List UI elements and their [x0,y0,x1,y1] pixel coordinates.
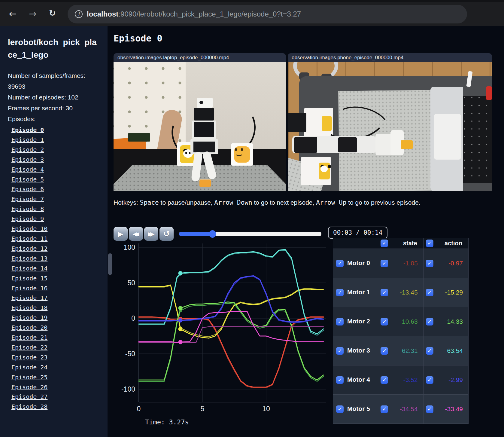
motor-row-2: ✓Motor 2✓10.63✓14.33 [333,307,469,336]
url-text: localhost:9090/lerobot/koch_pick_place_1… [87,10,301,18]
motor-3-action-checkbox[interactable]: ✓ [426,347,433,355]
marker-Motor-5-action [178,340,183,344]
back-icon[interactable]: ← [9,8,17,19]
stat-fps: Frames per second: 30 [8,103,98,114]
episode-link-5[interactable]: Episode 5 [11,175,100,185]
motor-1-action-value: -15.29 [445,289,463,296]
lerobot-dataset-visualizer: ← → ↻ i localhost:9090/lerobot/koch_pick… [0,0,504,437]
episode-link-15[interactable]: Episode 15 [11,274,100,283]
motor-0-checkbox[interactable]: ✓ [336,260,344,267]
motor-4-action-value: -2.99 [448,376,463,384]
episode-link-9[interactable]: Episode 9 [11,214,100,224]
forward-icon[interactable]: → [29,8,36,19]
motor-0-action-checkbox[interactable]: ✓ [426,260,433,267]
video-phone-camera[interactable]: observation.images.phone_episode_000000.… [288,53,492,191]
episode-link-22[interactable]: Episode 22 [11,343,100,353]
episode-link-2[interactable]: Episode 2 [11,145,100,155]
motor-2-action-checkbox[interactable]: ✓ [426,318,433,325]
motor-2-state-checkbox[interactable]: ✓ [381,318,388,325]
hug-emoji-box [231,143,253,166]
page-info-icon[interactable]: i [75,10,83,18]
motor-row-0: ✓Motor 0✓-1.05✓-0.97 [333,249,469,278]
circuit-board [128,133,150,142]
hotkeys-help: Hotkeys: Space to pause/unpause, Arrow D… [114,199,421,206]
episode-link-26[interactable]: Episode 26 [11,382,100,392]
robot-motor [294,137,317,153]
motor-5-action-value: -33.49 [445,405,463,413]
motor-4-state-checkbox[interactable]: ✓ [381,376,388,384]
seek-slider[interactable] [179,232,321,236]
toggle-all-action[interactable]: ✓ [426,240,433,247]
robot-motor [338,137,357,152]
motor-5-action-checkbox[interactable]: ✓ [426,405,433,413]
episode-link-19[interactable]: Episode 19 [11,313,100,323]
motor-4-state-value: -3.52 [403,376,418,384]
motor-4-checkbox[interactable]: ✓ [336,376,344,384]
episode-link-14[interactable]: Episode 14 [11,264,100,274]
motor-0-state-checkbox[interactable]: ✓ [381,260,388,267]
series-Motor-4-state [139,277,323,322]
episode-link-23[interactable]: Episode 23 [11,353,100,362]
seek-slider-thumb[interactable] [209,230,216,238]
episode-link-28[interactable]: Episode 28 [11,402,100,412]
episode-link-24[interactable]: Episode 24 [11,362,100,372]
episode-link-16[interactable]: Episode 16 [11,283,100,293]
motor-row-1: ✓Motor 1✓-13.45✓-15.29 [333,278,469,307]
motor-5-state-checkbox[interactable]: ✓ [381,405,388,413]
motor-3-checkbox[interactable]: ✓ [336,347,344,355]
motor-2-state-value: 10.63 [402,318,418,325]
robot-head-motor [194,108,214,121]
episode-link-21[interactable]: Episode 21 [11,333,100,343]
motor-1-checkbox[interactable]: ✓ [336,289,344,296]
episode-link-18[interactable]: Episode 18 [11,303,100,313]
yellow-lego-brick [401,140,413,149]
motor-5-checkbox[interactable]: ✓ [336,405,344,413]
svg-text:0: 0 [137,405,141,412]
motor-1-label: Motor 1 [347,289,370,295]
sidebar-scrollbar-thumb[interactable] [108,253,112,275]
motor-5-state-value: -34.54 [400,405,418,413]
episode-link-27[interactable]: Episode 27 [11,392,100,402]
motor-2-checkbox[interactable]: ✓ [336,318,344,325]
laptop-camera-frame [114,62,286,191]
episode-link-1[interactable]: Episode 1 [11,135,100,145]
motor-4-action-checkbox[interactable]: ✓ [426,376,433,384]
toggle-all-state[interactable]: ✓ [381,240,388,247]
motor-1-state-checkbox[interactable]: ✓ [381,289,388,296]
episode-link-10[interactable]: Episode 10 [11,224,100,234]
episode-link-0[interactable]: Episode 0 [11,125,100,135]
motor-table: ✓state✓action✓Motor 0✓-1.05✓-0.97✓Motor … [333,238,469,424]
sidebar: lerobot/koch_pick_place_1_lego Number of… [0,26,108,437]
marker-Motor-4-action [178,318,183,322]
hotkey-arrow-up: Arrow Up [316,199,346,206]
robot-camera [197,98,213,108]
episode-link-11[interactable]: Episode 11 [11,234,100,244]
current-time-label: Time: 3.27s [145,418,189,426]
motor-2-label: Motor 2 [347,318,370,325]
episode-link-7[interactable]: Episode 7 [11,194,100,204]
marker-Motor-3-action [178,271,183,275]
episode-link-25[interactable]: Episode 25 [11,372,100,382]
time-display: 00:03 / 00:14 [328,227,387,239]
motor-row-3: ✓Motor 3✓62.31✓63.54 [333,336,469,365]
video-laptop-camera[interactable]: observation.images.laptop_episode_000000… [114,53,286,191]
episode-link-6[interactable]: Episode 6 [11,184,100,194]
robot-body [192,121,216,139]
episode-link-3[interactable]: Episode 3 [11,155,100,165]
page-title: Episode 0 [114,33,162,44]
motor-3-state-checkbox[interactable]: ✓ [381,347,388,355]
episode-link-8[interactable]: Episode 8 [11,204,100,214]
episode-link-17[interactable]: Episode 17 [11,293,100,303]
episode-link-13[interactable]: Episode 13 [11,254,100,264]
motor-1-action-checkbox[interactable]: ✓ [426,289,433,296]
column-header-state: state [403,240,417,247]
episode-link-20[interactable]: Episode 20 [11,323,100,333]
stat-episodes: Number of episodes: 102 [8,92,98,103]
panda-emoji-box [301,157,331,185]
motor-0-action-value: -0.97 [448,260,463,267]
address-bar[interactable]: i localhost:9090/lerobot/koch_pick_place… [68,5,467,23]
episode-link-12[interactable]: Episode 12 [11,244,100,254]
episode-link-4[interactable]: Episode 4 [11,165,100,175]
reload-icon[interactable]: ↻ [49,8,56,18]
stat-samples: Number of samples/frames: 39693 [8,70,98,92]
